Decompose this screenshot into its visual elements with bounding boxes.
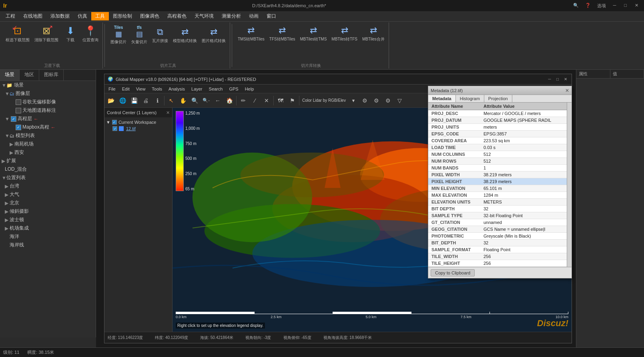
tab-scene[interactable]: 场景	[0, 70, 20, 81]
gm-menu-layer[interactable]: Layer	[188, 86, 206, 92]
cc-layer-item[interactable]: ✓ 12.tif	[106, 125, 171, 132]
tree-item-mapbox[interactable]: ✓ Mapbox高程 ←	[0, 123, 96, 131]
help-icon[interactable]: ❓	[584, 3, 592, 9]
tree-item-elevation[interactable]: ▼ ✓ 高程层 ←	[0, 115, 96, 123]
gm-home-button[interactable]: 🏠	[224, 95, 235, 106]
tree-item-beijing[interactable]: ▶ 北京	[0, 199, 96, 207]
gm-hand-button[interactable]: ✋	[177, 95, 189, 106]
options-label[interactable]: 选项	[596, 3, 608, 9]
menu-item-0[interactable]: 工程	[2, 12, 19, 20]
image-convert-button[interactable]: ⇄ 图片格式转换	[200, 26, 227, 45]
tree-item-xian[interactable]: ▶ 西安	[0, 148, 96, 157]
meta-col-val: Attribute Value	[480, 103, 567, 110]
tree-item-scene[interactable]: ▼ 📁 场景	[0, 81, 96, 89]
gm-menu-search[interactable]: Search	[206, 86, 226, 92]
menu-item-2[interactable]: 添加数据	[46, 12, 74, 20]
tree-item-extension[interactable]: ▶ 扩展	[0, 157, 96, 165]
tree-item-tianditu[interactable]: 天地图道路标注	[0, 106, 96, 115]
gm-menu-file[interactable]: File	[105, 86, 119, 92]
select-download-area-button[interactable]: ⊡ ↙ 框选下载范围	[4, 24, 31, 44]
tree-item-atmosphere[interactable]: ▶ 大气	[0, 190, 96, 199]
tree-item-nanyuan[interactable]: ▶ 南苑机场	[0, 140, 96, 148]
menu-item-10[interactable]: 动画	[245, 12, 263, 20]
gm-back-button[interactable]: ←	[212, 95, 223, 106]
meta-tab-metadata[interactable]: Metadata	[428, 95, 456, 102]
gm-minimize-button[interactable]: ─	[547, 77, 552, 82]
gm-settings2-button[interactable]: ⚙	[371, 95, 382, 106]
meta-scrollbar[interactable]	[567, 103, 572, 267]
close-button[interactable]: ✕	[632, 3, 641, 9]
gm-save-button[interactable]: 💾	[128, 95, 140, 106]
location-query-button[interactable]: 📍 位置查询	[81, 24, 100, 44]
tree-item-taiwan[interactable]: ▶ 台湾	[0, 182, 96, 190]
tile-stitch-button[interactable]: ⧉ 瓦片拼接	[150, 26, 170, 45]
cc-close-button[interactable]: ✕	[166, 110, 170, 115]
menu-item-1[interactable]: 在线地图	[19, 12, 46, 20]
gm-menu-view[interactable]: View	[133, 86, 149, 92]
menu-item-8[interactable]: 天气环境	[191, 12, 218, 20]
gm-select-button[interactable]: ↖	[166, 95, 177, 106]
download-button[interactable]: ⬇ 下载	[62, 24, 79, 44]
tab-region[interactable]: 地区	[20, 70, 39, 81]
gm-zoomout-button[interactable]: 🔍-	[201, 95, 212, 106]
copy-to-clipboard-button[interactable]: Copy to Clipboard	[431, 269, 475, 276]
tree-item-locations[interactable]: ▼ 位置列表	[0, 173, 96, 182]
tab-icons[interactable]: 图标库	[39, 70, 64, 81]
meta-body[interactable]: Attribute Name Attribute Value PROJ_DESC…	[428, 103, 567, 267]
tree-item-image-layer[interactable]: ▼ 🗂 图像层	[0, 89, 96, 98]
gm-print-button[interactable]: 🖨	[140, 95, 151, 106]
tms-to-mbtiles-button[interactable]: ⇄ TMS转MBTiles	[236, 24, 266, 43]
maximize-button[interactable]: □	[622, 3, 629, 9]
gm-map-button[interactable]: 🗺	[275, 95, 286, 106]
image-tile-button[interactable]: Tiles ▦ 图像切片	[109, 24, 128, 46]
mbtiles-merge-button[interactable]: ⇄ MBTiles合并	[361, 24, 386, 43]
gm-info-button[interactable]: ℹ	[152, 95, 163, 106]
gm-menu-analysis[interactable]: Analysis	[165, 86, 188, 92]
tree-item-airport[interactable]: ▶ 机场集成	[0, 224, 96, 232]
gm-delete-button[interactable]: ✕	[261, 95, 272, 106]
tree-item-ocean[interactable]: 海洋	[0, 232, 96, 241]
gm-close-button[interactable]: ✕	[563, 77, 568, 82]
gm-zoomin-button[interactable]: 🔍	[189, 95, 200, 106]
meta-close-button[interactable]: ✕	[565, 88, 569, 93]
gm-flag-button[interactable]: ⚑	[287, 95, 298, 106]
gm-menu-help[interactable]: Help	[242, 86, 257, 92]
vector-tile-button[interactable]: tfs ▤ 矢量切片	[130, 24, 149, 46]
menu-item-9[interactable]: 测量分析	[218, 12, 245, 20]
tfs-to-mbtiles-button[interactable]: ⇄ TFS转MBTiles	[268, 24, 297, 43]
gm-draw-button[interactable]: ✏	[238, 95, 249, 106]
gm-filter-button[interactable]: ▽	[394, 95, 405, 106]
gm-open-button[interactable]: 📂	[105, 95, 116, 106]
meta-tab-projection[interactable]: Projection	[484, 95, 512, 102]
search-icon[interactable]: 🔍	[572, 3, 580, 9]
gm-line-button[interactable]: ∕	[249, 95, 261, 106]
tree-item-boston[interactable]: ▶ 波士顿	[0, 216, 96, 224]
menu-item-7[interactable]: 高程着色	[163, 12, 191, 20]
menu-item-5[interactable]: 图形绘制	[109, 12, 136, 20]
meta-tab-histogram[interactable]: Histogram	[456, 95, 484, 102]
tree-item-lod[interactable]: LOD_混合	[0, 165, 96, 173]
gm-menu-gps[interactable]: GPS	[226, 86, 241, 92]
tree-item-oblique[interactable]: ▶ 倾斜摄影	[0, 207, 96, 216]
menu-item-11[interactable]: 窗口	[263, 12, 280, 20]
mbtiles-to-tms-button[interactable]: ⇄ MBTiles转TMS	[299, 24, 329, 43]
gm-maximize-button[interactable]: □	[555, 77, 560, 82]
model-convert-button[interactable]: ⇄ 模型格式转换	[171, 26, 199, 45]
cc-workspace-checkbox[interactable]: ✓	[112, 120, 117, 125]
mbtiles-to-tfs-button[interactable]: ⇄ MBTiles转TFS	[330, 24, 359, 43]
minimize-button[interactable]: ─	[611, 3, 619, 9]
tree-item-google-imagery[interactable]: 谷歌无偏移影像	[0, 98, 96, 106]
gm-globe-button[interactable]: 🌐	[117, 95, 128, 106]
tree-item-coastline[interactable]: 海岸线	[0, 241, 96, 249]
clear-download-area-button[interactable]: ⊠ ↗ 清除下载范围	[33, 24, 60, 44]
gm-settings3-button[interactable]: ⚙	[383, 95, 394, 106]
tree-item-models[interactable]: ▼ 🗂 模型列表	[0, 131, 96, 140]
gm-menu-tools[interactable]: Tools	[148, 86, 165, 92]
menu-item-4[interactable]: 工具	[91, 12, 109, 20]
gm-colorbar-dropdown[interactable]: ▼	[348, 95, 359, 106]
gm-menu-edit[interactable]: Edit	[119, 86, 133, 92]
menu-item-6[interactable]: 图像调色	[136, 12, 163, 20]
cc-layer-checkbox[interactable]: ✓	[112, 126, 117, 131]
gm-settings1-button[interactable]: ⚙	[359, 95, 371, 106]
menu-item-3[interactable]: 仿真	[74, 12, 91, 20]
